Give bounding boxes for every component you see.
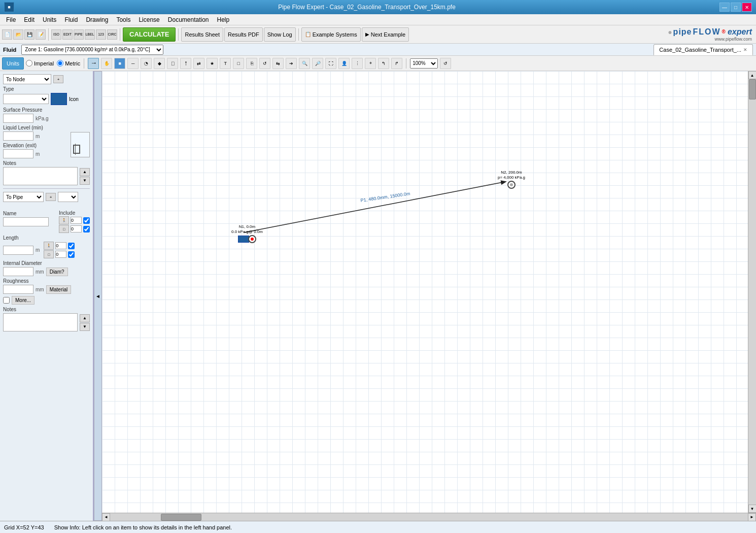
menu-documentation[interactable]: Documentation <box>164 15 213 24</box>
pipe-val-3[interactable] <box>55 242 66 249</box>
pipe-name-input[interactable] <box>3 217 49 226</box>
text-icon[interactable]: T <box>220 58 231 69</box>
menu-file[interactable]: File <box>2 15 20 24</box>
surface-pressure-input[interactable]: 0 <box>3 114 33 123</box>
maximize-button[interactable]: □ <box>731 3 741 12</box>
spray-icon[interactable]: ★ <box>207 58 218 69</box>
person-icon[interactable]: 👤 <box>338 58 350 69</box>
metric-radio-label[interactable]: Metric <box>57 60 80 66</box>
mirror-icon[interactable]: ⇆ <box>272 58 284 69</box>
tab-close-icon[interactable]: ✕ <box>743 47 747 52</box>
h-scroll-right-button[interactable]: ► <box>748 513 756 521</box>
pipe-val-4[interactable] <box>55 251 66 258</box>
h-scroll-left-button[interactable]: ◄ <box>102 513 110 521</box>
liquid-level-input[interactable]: 0 <box>3 131 33 141</box>
pipe-notes-up-icon[interactable]: ▲ <box>80 314 90 322</box>
canvas-area[interactable]: P1, 480.0mm, 15000.0m N1, 0.0m 0.0 kPa.g… <box>102 71 748 513</box>
pump-icon[interactable]: ◔ <box>141 58 152 69</box>
menu-edit[interactable]: Edit <box>20 15 39 24</box>
flow-icon[interactable]: ⇄ <box>193 58 204 69</box>
pressure-icon[interactable]: ⭡ <box>180 58 191 69</box>
pipe-notes-down-icon[interactable]: ▼ <box>80 323 90 331</box>
label-icon[interactable]: LBEL <box>85 29 95 40</box>
zoom-out-icon[interactable]: 🔎 <box>312 58 323 69</box>
fluid-zone-select[interactable]: Zone 1: Gasoline [736.000000 kg/m³ at 0.… <box>21 45 163 55</box>
menu-fluid[interactable]: Fluid <box>60 15 82 24</box>
undo-icon[interactable]: ↰ <box>378 58 389 69</box>
length-input[interactable]: 0 <box>3 246 33 255</box>
minimize-button[interactable]: — <box>719 3 730 12</box>
next-example-button[interactable]: ▶ Next Example <box>362 27 409 42</box>
metric-radio[interactable] <box>57 60 63 66</box>
edit-icon[interactable]: EDIT <box>62 29 73 40</box>
new-icon[interactable]: 📄 <box>2 29 12 40</box>
iso-icon[interactable]: ISO <box>51 29 61 40</box>
save-icon[interactable]: 💾 <box>24 29 35 40</box>
menu-tools[interactable]: Tools <box>112 15 134 24</box>
pipe-val-1[interactable] <box>71 217 82 224</box>
pipe-icon[interactable]: PIPE <box>74 29 84 40</box>
type-select[interactable] <box>3 94 49 104</box>
pipe-val-2[interactable] <box>71 225 82 232</box>
menu-units[interactable]: Units <box>39 15 60 24</box>
box-select-icon[interactable]: □ <box>233 58 244 69</box>
to-node-select[interactable]: To Node <box>3 74 51 84</box>
menu-drawing[interactable]: Drawing <box>82 15 112 24</box>
copy-icon[interactable]: ⎘ <box>246 58 257 69</box>
123-icon[interactable]: 123 <box>96 29 106 40</box>
valve-icon[interactable]: ◆ <box>154 58 165 69</box>
units-button[interactable]: Units <box>2 57 24 70</box>
node-add-icon[interactable]: + <box>53 75 63 83</box>
hand-tool-icon[interactable]: ✋ <box>101 58 112 69</box>
add-pipe-icon[interactable]: ─ <box>127 58 139 69</box>
pipe-check-3[interactable] <box>68 243 75 249</box>
node-1[interactable]: N1, 0.0m 0.0 kPa.g@ 0.0m <box>231 224 263 243</box>
v-scroll-down-button[interactable]: ▼ <box>748 505 757 513</box>
pipe-style-select[interactable] <box>58 192 78 202</box>
collapse-panel-button[interactable]: ◄ <box>94 71 102 521</box>
more-button[interactable]: More... <box>12 296 35 305</box>
node-2[interactable]: N2, 200.0m p= 4,000 kPa.g <box>498 170 525 189</box>
results-sheet-button[interactable]: Results Sheet <box>181 27 223 42</box>
menu-license[interactable]: License <box>134 15 163 24</box>
results-pdf-button[interactable]: Results PDF <box>224 27 263 42</box>
rotate-icon[interactable]: ↺ <box>259 58 270 69</box>
show-log-button[interactable]: Show Log <box>264 27 296 42</box>
circ-icon[interactable]: CIRC <box>107 29 117 40</box>
imperial-radio[interactable] <box>26 60 32 66</box>
example-systems-button[interactable]: 📋 Example Systems <box>301 27 361 42</box>
close-button[interactable]: ✕ <box>742 3 752 12</box>
h-scroll-thumb[interactable] <box>161 514 201 521</box>
notes-up-icon[interactable]: ▲ <box>80 168 90 176</box>
open-icon[interactable]: 📂 <box>13 29 23 40</box>
zoom-in-icon[interactable]: 🔍 <box>299 58 310 69</box>
connect-icon[interactable]: ➔ <box>286 58 297 69</box>
pipe-check-2[interactable] <box>83 226 90 232</box>
zoom-reset-icon[interactable]: ↺ <box>440 58 451 69</box>
zoom-select[interactable]: 100% 75% 50% 150% <box>410 58 438 69</box>
material-button[interactable]: Material <box>46 285 72 294</box>
pipe-check-1[interactable] <box>83 217 90 224</box>
notes-down-icon[interactable]: ▼ <box>80 177 90 185</box>
internal-diameter-input[interactable]: 0 <box>3 267 33 276</box>
roughness-input[interactable]: 0 <box>3 285 33 294</box>
pipe-notes-textarea[interactable] <box>3 313 78 331</box>
component-icon[interactable]: ⎕ <box>167 58 178 69</box>
node-notes-textarea[interactable] <box>3 167 78 185</box>
grid-icon[interactable]: ⋮ <box>352 58 363 69</box>
pipe-add-icon[interactable]: + <box>46 193 56 201</box>
elevation-input[interactable]: 0 <box>3 149 33 158</box>
v-scroll-up-button[interactable]: ▲ <box>748 71 757 79</box>
v-scroll-thumb[interactable] <box>749 79 756 99</box>
calculate-button[interactable]: CALCULATE <box>123 27 176 42</box>
menu-help[interactable]: Help <box>213 15 234 24</box>
imperial-radio-label[interactable]: Imperial <box>26 60 54 66</box>
zoom-fit-icon[interactable]: ⛶ <box>325 58 336 69</box>
select-tool-icon[interactable]: ⭢ <box>88 58 99 69</box>
file-tab[interactable]: Case_02_Gasoline_Transport_... ✕ <box>654 44 753 55</box>
pipe-check-4[interactable] <box>68 251 75 258</box>
more-checkbox[interactable] <box>3 297 10 304</box>
node-tool-icon[interactable]: ■ <box>114 58 125 69</box>
to-pipe-select[interactable]: To Pipe <box>3 192 44 202</box>
redo-icon[interactable]: ↱ <box>391 58 402 69</box>
